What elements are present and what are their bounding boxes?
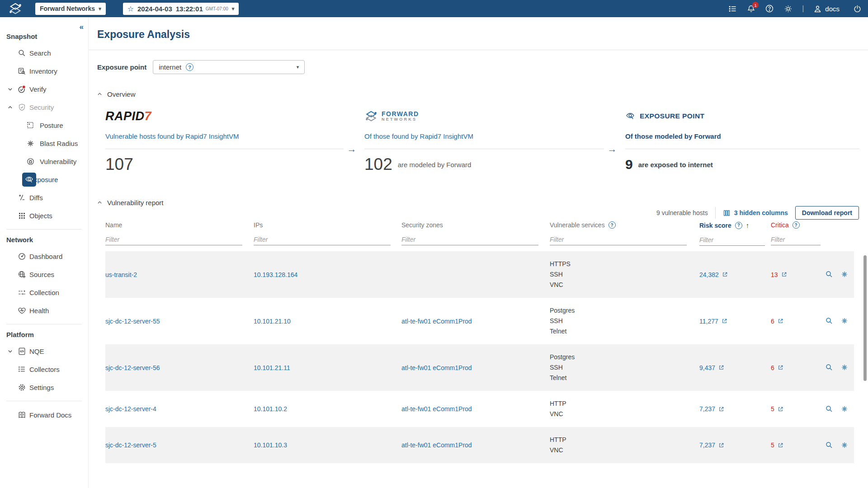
task-list-icon[interactable] (728, 4, 737, 13)
docs-link[interactable]: docs (813, 5, 840, 13)
external-link-icon[interactable] (722, 272, 728, 277)
star-icon[interactable]: ☆ (127, 5, 134, 13)
path-search-icon[interactable] (825, 270, 833, 279)
sidebar-item-collectors[interactable]: Collectors (0, 360, 88, 378)
rapid7-card-caption[interactable]: Vulnerable hosts found by Rapid7 Insight… (105, 132, 344, 141)
sidebar-item-inventory[interactable]: Inventory (0, 62, 88, 80)
sidebar-item-exposure[interactable]: Exposure (0, 170, 88, 188)
sidebar-item-forward-docs[interactable]: Forward Docs (0, 406, 88, 424)
sidebar-item-objects[interactable]: Objects (0, 206, 88, 225)
sidebar-item-search[interactable]: Search (0, 44, 88, 62)
host-name-link[interactable]: sjc-dc-12-server-56 (105, 364, 254, 371)
column-header-ips[interactable]: IPs (254, 221, 401, 229)
external-link-icon[interactable] (718, 442, 724, 448)
path-search-icon[interactable] (825, 441, 833, 450)
risk-score-link[interactable]: 24,382 (699, 271, 719, 278)
notifications-bell-icon[interactable]: 1 (746, 4, 755, 13)
security-zone-link[interactable]: atl-te-fw01 eComm1Prod (401, 441, 550, 449)
org-selector[interactable]: Forward Networks ▾ (35, 3, 106, 15)
sidebar-collapse-icon[interactable]: « (80, 23, 84, 32)
critical-count[interactable]: 13 (771, 271, 778, 278)
power-icon[interactable] (853, 4, 862, 13)
sidebar-item-diffs[interactable]: Diffs (0, 188, 88, 206)
column-header-vulnerable-services[interactable]: Vulnerable services ? (550, 221, 699, 229)
sidebar-item-posture[interactable]: Posture (0, 116, 88, 134)
sidebar-item-security[interactable]: Security (0, 98, 88, 116)
blast-radius-icon[interactable] (840, 270, 849, 279)
help-icon[interactable]: ? (735, 222, 742, 229)
name-filter-input[interactable] (105, 234, 242, 245)
external-link-icon[interactable] (778, 365, 783, 371)
external-link-icon[interactable] (718, 365, 724, 371)
risk-filter-input[interactable] (699, 235, 765, 246)
column-header-risk-score[interactable]: Risk score ? ↑ (699, 221, 771, 229)
path-search-icon[interactable] (825, 363, 833, 372)
host-name-link[interactable]: sjc-dc-12-server-4 (105, 405, 254, 413)
vertical-scrollbar[interactable] (863, 255, 867, 381)
chevron-down-icon[interactable] (8, 349, 13, 354)
critical-filter-input[interactable] (771, 234, 821, 245)
forward-card-caption[interactable]: Of those found by Rapid7 InsightVM (364, 132, 604, 141)
critical-count[interactable]: 5 (771, 441, 774, 449)
external-link-icon[interactable] (778, 442, 783, 448)
ips-filter-input[interactable] (254, 234, 391, 245)
brightness-icon[interactable] (783, 4, 793, 13)
risk-score-link[interactable]: 9,437 (699, 364, 715, 371)
host-ip-link[interactable]: 10.101.10.3 (254, 441, 401, 449)
blast-radius-icon[interactable] (840, 441, 849, 450)
sort-ascending-icon[interactable]: ↑ (746, 221, 750, 229)
risk-score-link[interactable]: 7,237 (699, 441, 715, 449)
zones-filter-input[interactable] (401, 234, 538, 245)
external-link-icon[interactable] (718, 406, 724, 412)
sidebar-item-dashboard[interactable]: Dashboard (0, 247, 88, 265)
risk-score-link[interactable]: 11,277 (699, 318, 718, 325)
blast-radius-icon[interactable] (840, 363, 849, 372)
collapse-section-icon[interactable] (97, 92, 102, 97)
external-link-icon[interactable] (778, 406, 783, 412)
host-name-link[interactable]: sjc-dc-12-server-5 (105, 441, 254, 449)
column-header-name[interactable]: Name (105, 221, 254, 229)
collapse-section-icon[interactable] (97, 200, 102, 205)
security-zone-link[interactable]: atl-te-fw01 eComm1Prod (401, 318, 550, 325)
help-icon[interactable]: ? (186, 63, 193, 71)
sidebar-item-nqe[interactable]: NQE (0, 342, 88, 360)
external-link-icon[interactable] (722, 318, 727, 324)
help-icon[interactable]: ? (793, 221, 800, 229)
services-filter-input[interactable] (550, 234, 687, 245)
external-link-icon[interactable] (781, 272, 787, 277)
download-report-button[interactable]: Download report (795, 206, 859, 220)
critical-count[interactable]: 6 (771, 364, 774, 371)
path-search-icon[interactable] (825, 405, 833, 413)
sidebar-item-settings[interactable]: Settings (0, 378, 88, 396)
hidden-columns-button[interactable]: 3 hidden columns (723, 209, 788, 217)
blast-radius-icon[interactable] (840, 317, 849, 325)
critical-count[interactable]: 6 (771, 318, 774, 325)
exposure-point-select[interactable]: internet ? ▾ (153, 60, 305, 74)
path-search-icon[interactable] (825, 317, 833, 325)
column-header-security-zones[interactable]: Security zones (401, 221, 550, 229)
blast-radius-icon[interactable] (840, 405, 849, 413)
sidebar-item-blast-radius[interactable]: Blast Radius (0, 134, 88, 152)
sidebar-item-vulnerability[interactable]: Vulnerability (0, 152, 88, 170)
column-header-critical[interactable]: Critica ? (771, 221, 825, 229)
sidebar-item-health[interactable]: Health (0, 301, 88, 319)
help-icon[interactable]: ? (609, 221, 616, 229)
sidebar-item-sources[interactable]: Sources (0, 265, 88, 283)
security-zone-link[interactable]: atl-te-fw01 eComm1Prod (401, 364, 550, 371)
host-ip-link[interactable]: 10.101.10.2 (254, 405, 401, 413)
security-zone-link[interactable]: atl-te-fw01 eComm1Prod (401, 405, 550, 413)
critical-count[interactable]: 5 (771, 405, 774, 413)
host-name-link[interactable]: us-transit-2 (105, 271, 254, 278)
chevron-down-icon[interactable] (8, 87, 13, 92)
sidebar-item-collection[interactable]: Collection (0, 283, 88, 301)
host-ip-link[interactable]: 10.193.128.164 (254, 271, 401, 278)
host-name-link[interactable]: sjc-dc-12-server-55 (105, 318, 254, 325)
external-link-icon[interactable] (778, 318, 783, 324)
chevron-up-icon[interactable] (8, 105, 13, 110)
host-ip-link[interactable]: 10.101.21.11 (254, 364, 401, 371)
host-ip-link[interactable]: 10.101.21.10 (254, 318, 401, 325)
help-icon[interactable] (765, 4, 774, 13)
snapshot-selector[interactable]: ☆ 2024-04-03 13:22:01 GMT-07:00 ▾ (123, 3, 239, 15)
sidebar-item-verify[interactable]: Verify (0, 80, 88, 98)
risk-score-link[interactable]: 7,237 (699, 405, 715, 413)
